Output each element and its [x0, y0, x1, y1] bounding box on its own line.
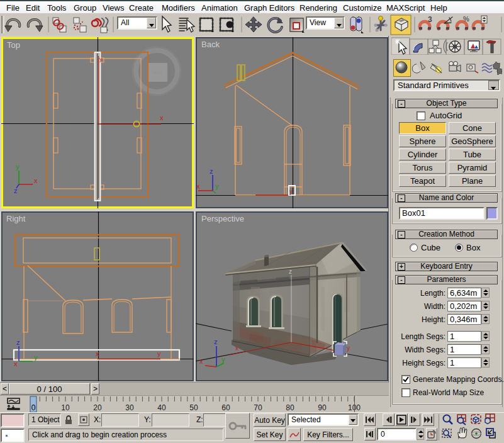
- svg-text:y: y: [34, 354, 38, 361]
- svg-text:z: z: [16, 339, 20, 346]
- svg-text:y: y: [347, 345, 350, 352]
- svg-text:x: x: [196, 182, 200, 190]
- svg-text:z: z: [214, 338, 218, 345]
- svg-text:y: y: [289, 188, 293, 195]
- svg-text:20: 20: [93, 403, 102, 412]
- svg-text:50: 50: [189, 403, 198, 412]
- svg-text:60: 60: [221, 403, 230, 412]
- svg-text:TOP: TOP: [152, 70, 162, 76]
- svg-text:z: z: [14, 187, 18, 194]
- svg-text:z: z: [210, 167, 213, 175]
- svg-text:80: 80: [286, 403, 294, 412]
- svg-text:x: x: [96, 350, 99, 357]
- svg-text:y: y: [221, 356, 225, 363]
- svg-text:90: 90: [318, 403, 327, 412]
- svg-text:x: x: [14, 360, 18, 367]
- svg-text:10: 10: [61, 403, 70, 412]
- svg-text:%: %: [463, 15, 469, 23]
- svg-text:x: x: [235, 345, 238, 352]
- svg-text:z: z: [289, 268, 292, 275]
- svg-text:y: y: [215, 182, 219, 190]
- svg-text:x: x: [34, 177, 38, 184]
- svg-text:y: y: [99, 56, 103, 62]
- svg-text:70: 70: [254, 403, 262, 412]
- svg-text:30: 30: [125, 403, 134, 412]
- svg-text:y: y: [16, 163, 20, 171]
- svg-text:0: 0: [31, 403, 36, 412]
- svg-text:x: x: [199, 357, 203, 365]
- svg-text:x: x: [160, 114, 164, 121]
- svg-text:40: 40: [157, 403, 166, 412]
- svg-text:3: 3: [428, 15, 432, 24]
- svg-text:y: y: [157, 350, 161, 357]
